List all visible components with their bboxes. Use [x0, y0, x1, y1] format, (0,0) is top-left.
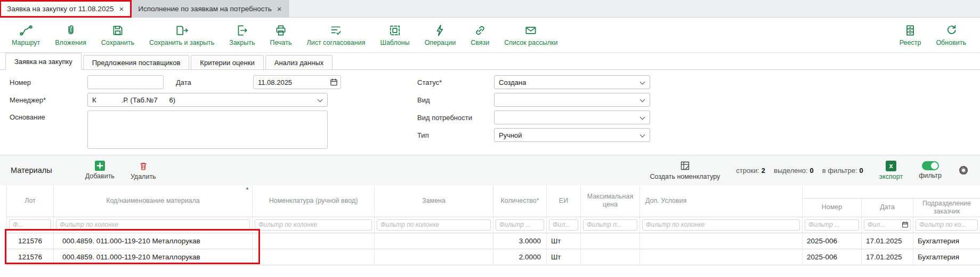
- kind-select[interactable]: [494, 93, 650, 107]
- filter-unit-input[interactable]: [549, 219, 578, 231]
- route-button[interactable]: Маршрут: [4, 23, 47, 46]
- filter-max-price-input[interactable]: [583, 219, 637, 231]
- app-window: Заявка на закупку от 11.08.2025 × Исполн…: [0, 0, 980, 277]
- column-header-code[interactable]: Код/наименование материала ▲: [54, 185, 253, 217]
- cell-date[interactable]: 17.01.2025: [862, 249, 913, 265]
- calendar-icon[interactable]: [330, 78, 338, 86]
- links-button[interactable]: Связи: [463, 23, 497, 46]
- attachments-button[interactable]: Вложения: [47, 23, 94, 46]
- toolbar-label: Шаблоны: [380, 39, 409, 46]
- column-header-date[interactable]: Дата: [862, 198, 913, 217]
- chevron-down-icon: [640, 97, 645, 102]
- cell-department[interactable]: Бухгалтерия: [913, 233, 980, 249]
- cell-department[interactable]: Бухгалтерия: [913, 249, 980, 265]
- materials-table: Лот Код/наименование материала ▲ Номенкл…: [6, 185, 980, 265]
- export-excel-button[interactable]: x экспорт: [879, 161, 903, 180]
- tab-supplier-offers[interactable]: Предложения поставщиков: [83, 55, 190, 70]
- mailing-list-button[interactable]: Список рассылки: [497, 23, 565, 46]
- cell-date[interactable]: 17.01.2025: [862, 233, 913, 249]
- basis-textarea[interactable]: [87, 110, 328, 149]
- type-select[interactable]: Ручной: [494, 128, 650, 142]
- rows-counter: строки:2: [736, 167, 765, 175]
- save-button[interactable]: Сохранить: [94, 23, 142, 46]
- date-input[interactable]: [253, 75, 341, 89]
- filter-conditions-input[interactable]: [642, 219, 800, 231]
- add-row-button[interactable]: Добавить: [85, 161, 115, 180]
- delete-row-button[interactable]: Удалить: [131, 161, 156, 180]
- materials-right-group: Создать номенклатуру строки:2 выделено:0…: [650, 160, 969, 180]
- need-kind-select[interactable]: [494, 110, 650, 124]
- manager-select[interactable]: К .Р. (Таб.№7 6): [87, 93, 328, 107]
- save-and-close-button[interactable]: Сохранить и закрыть: [142, 23, 222, 46]
- cell-code[interactable]: 000.4859. 011.000-119-210 Металлорукав: [54, 249, 253, 265]
- filter-nomenclature-input[interactable]: [255, 219, 372, 231]
- filter-replacement-input[interactable]: [377, 219, 491, 231]
- cell-nomenclature[interactable]: [253, 249, 375, 265]
- materials-toolbar: Материалы Добавить Удалить Создать номен…: [0, 155, 980, 185]
- filter-department-input[interactable]: [916, 219, 978, 231]
- registry-button[interactable]: Реестр: [892, 23, 929, 46]
- cell-quantity[interactable]: 3.0000: [493, 233, 547, 249]
- cell-max-price[interactable]: [581, 233, 640, 249]
- templates-button[interactable]: Шаблоны: [372, 23, 417, 46]
- chevron-down-icon: [318, 97, 323, 102]
- column-header-number[interactable]: Номер: [803, 198, 862, 217]
- column-header-replacement[interactable]: Замена: [375, 185, 493, 217]
- refresh-button[interactable]: Обновить: [928, 23, 974, 46]
- chevron-down-icon: [640, 115, 645, 120]
- cell-conditions[interactable]: [640, 233, 803, 249]
- table-row[interactable]: 121576 000.4859. 011.000-119-210 Металло…: [7, 249, 980, 265]
- window-tab-label: Заявка на закупку от 11.08.2025: [7, 5, 114, 13]
- cell-replacement[interactable]: [375, 233, 493, 249]
- tab-close-icon[interactable]: ×: [119, 5, 124, 13]
- number-input[interactable]: [87, 75, 164, 89]
- mailing-list-icon: [524, 23, 538, 37]
- attachments-icon: [64, 23, 78, 37]
- tab-request[interactable]: Заявка на закупку: [5, 53, 82, 70]
- column-header-max-price[interactable]: Максимальная цена: [581, 185, 640, 217]
- status-select[interactable]: Создана: [494, 75, 650, 89]
- links-icon: [473, 23, 487, 37]
- gear-icon[interactable]: [958, 164, 969, 176]
- cell-max-price[interactable]: [581, 249, 640, 265]
- column-header-quantity[interactable]: Количество*: [493, 185, 547, 217]
- cell-unit[interactable]: Шт: [547, 233, 581, 249]
- column-header-unit[interactable]: ЕИ: [547, 185, 581, 217]
- create-nomenclature-button[interactable]: Создать номенклатуру: [650, 160, 720, 180]
- column-header-conditions[interactable]: Доп. Условия: [640, 185, 803, 217]
- cell-quantity[interactable]: 2.0000: [493, 249, 547, 265]
- cell-number[interactable]: 2025-006: [803, 249, 862, 265]
- basis-label: Основание: [10, 110, 87, 121]
- tab-data-analysis[interactable]: Анализ данных: [265, 55, 333, 70]
- cell-unit[interactable]: Шт: [547, 249, 581, 265]
- filter-code-input[interactable]: [56, 219, 250, 231]
- sort-asc-icon: ▲: [245, 186, 249, 191]
- cell-number[interactable]: 2025-006: [803, 233, 862, 249]
- operations-button[interactable]: Операции: [417, 23, 463, 46]
- print-button[interactable]: Печать: [263, 23, 299, 46]
- cell-lot[interactable]: 121576: [7, 233, 54, 249]
- toolbar-label: Обновить: [936, 39, 966, 46]
- chevron-down-icon: [640, 132, 645, 138]
- tab-close-icon[interactable]: ×: [277, 5, 282, 13]
- cell-lot[interactable]: 121576: [7, 249, 54, 265]
- cell-replacement[interactable]: [375, 249, 493, 265]
- filter-quantity-input[interactable]: [496, 219, 544, 231]
- cell-nomenclature[interactable]: [253, 233, 375, 249]
- filter-number-input[interactable]: [805, 219, 859, 231]
- window-tab-request[interactable]: Заявка на закупку от 11.08.2025 ×: [0, 0, 131, 17]
- table-row[interactable]: 121576 000.4859. 011.000-119-210 Металло…: [7, 233, 980, 249]
- approval-sheet-button[interactable]: Лист согласования: [299, 23, 372, 46]
- column-header-nomenclature[interactable]: Номенклатура (ручной ввод): [253, 185, 375, 217]
- cell-conditions[interactable]: [640, 249, 803, 265]
- calendar-icon[interactable]: [902, 221, 909, 228]
- close-button[interactable]: Закрыть: [222, 23, 262, 46]
- filter-lot-input[interactable]: [9, 219, 51, 231]
- column-header-department[interactable]: Подразделение заказчик: [913, 198, 980, 217]
- cell-code[interactable]: 000.4859. 011.000-119-210 Металлорукав: [54, 233, 253, 249]
- trash-icon: [138, 161, 149, 171]
- window-tab-execution[interactable]: Исполнение по заявкам на потребность ×: [131, 0, 289, 17]
- filter-toggle[interactable]: [922, 161, 939, 170]
- column-header-lot[interactable]: Лот: [7, 185, 54, 217]
- tab-evaluation-criteria[interactable]: Критерии оценки: [191, 55, 263, 70]
